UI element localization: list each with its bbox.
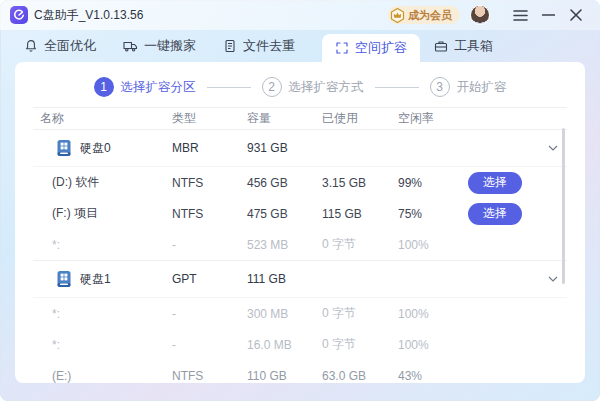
cell-type: - xyxy=(165,238,240,252)
cell-capacity: 523 MB xyxy=(240,238,315,252)
document-icon xyxy=(223,39,237,53)
select-button[interactable]: 选择 xyxy=(468,203,522,225)
table-row-partition-f[interactable]: (F:) 项目 NTFS 475 GB 115 GB 75% 选择 xyxy=(33,198,567,229)
toolbox-icon xyxy=(434,39,448,53)
tab-one-click-move[interactable]: 一键搬家 xyxy=(123,30,196,62)
bell-icon xyxy=(24,39,38,53)
cell-type: GPT xyxy=(165,272,240,286)
cell-free-rate: 100% xyxy=(391,238,461,252)
step-2: 2 选择扩容方式 xyxy=(262,77,364,97)
partition-name: *: xyxy=(33,307,165,321)
step-1: 1 选择扩容分区 xyxy=(94,77,196,97)
table-row-hidden-partition: *: - 300 MB 0 字节 100% xyxy=(33,298,567,329)
vertical-scrollbar[interactable] xyxy=(562,128,565,284)
content-panel: 1 选择扩容分区 2 选择扩容方式 3 开始扩容 名称 类型 容量 已使用 空闲… xyxy=(15,62,585,383)
step-number: 1 xyxy=(94,77,114,97)
disk-name: 硬盘0 xyxy=(80,140,111,157)
step-number: 3 xyxy=(430,77,450,97)
cell-used: 63.0 GB xyxy=(315,369,391,383)
close-button[interactable] xyxy=(566,5,586,25)
minimize-button[interactable] xyxy=(538,5,558,25)
user-avatar[interactable] xyxy=(470,5,490,25)
cell-free-rate: 99% xyxy=(391,176,461,190)
cell-type: NTFS xyxy=(165,369,240,383)
app-logo-icon xyxy=(10,6,28,24)
table-row-partition-d[interactable]: (D:) 软件 NTFS 456 GB 3.15 GB 99% 选择 xyxy=(33,167,567,198)
tab-file-dedup[interactable]: 文件去重 xyxy=(223,30,295,62)
step-label: 选择扩容方式 xyxy=(289,79,364,96)
header-type: 类型 xyxy=(165,110,240,127)
disk-name: 硬盘1 xyxy=(80,271,111,288)
cell-used: 115 GB xyxy=(315,207,391,221)
table-header: 名称 类型 容量 已使用 空闲率 xyxy=(33,107,567,130)
cell-used: 0 字节 xyxy=(315,305,391,322)
cell-capacity: 16.0 MB xyxy=(240,338,315,352)
tab-space-expansion[interactable]: 空间扩容 xyxy=(322,34,420,62)
tab-label: 文件去重 xyxy=(243,37,295,55)
cell-type: - xyxy=(165,338,240,352)
cell-free-rate: 100% xyxy=(391,307,461,321)
header-free-rate: 空闲率 xyxy=(391,110,461,127)
step-connector xyxy=(375,87,419,88)
title-bar: C盘助手_V1.0.13.56 成为会员 xyxy=(0,0,600,30)
tab-label: 一键搬家 xyxy=(144,37,196,55)
cell-used: 3.15 GB xyxy=(315,176,391,190)
chevron-down-icon[interactable] xyxy=(548,276,558,282)
partition-name: *: xyxy=(33,238,165,252)
app-window: C盘助手_V1.0.13.56 成为会员 xyxy=(0,0,600,401)
cell-capacity: 475 GB xyxy=(240,207,315,221)
cell-capacity: 111 GB xyxy=(240,272,315,286)
tab-toolbox[interactable]: 工具箱 xyxy=(434,30,493,62)
cell-type: MBR xyxy=(165,141,240,155)
cell-capacity: 110 GB xyxy=(240,369,315,383)
chevron-down-icon[interactable] xyxy=(548,145,558,151)
step-label: 开始扩容 xyxy=(457,79,507,96)
partition-table: 名称 类型 容量 已使用 空闲率 硬盘0 xyxy=(33,107,567,383)
cell-type: - xyxy=(165,307,240,321)
cell-free-rate: 75% xyxy=(391,207,461,221)
header-capacity: 容量 xyxy=(240,110,315,127)
table-row-hidden-partition: *: - 16.0 MB 0 字节 100% xyxy=(33,329,567,360)
cell-capacity: 300 MB xyxy=(240,307,315,321)
cell-free-rate: 43% xyxy=(391,369,461,383)
tab-full-optimization[interactable]: 全面优化 xyxy=(24,30,96,62)
table-row-partition-e: (E:) NTFS 110 GB 63.0 GB 43% xyxy=(33,360,567,383)
partition-name: (E:) xyxy=(33,369,165,383)
partition-name: (F:) 项目 xyxy=(33,205,165,222)
partition-name: (D:) 软件 xyxy=(33,174,165,191)
member-badge-label: 成为会员 xyxy=(408,8,452,23)
tab-label: 空间扩容 xyxy=(355,39,407,57)
cell-capacity: 456 GB xyxy=(240,176,315,190)
select-button[interactable]: 选择 xyxy=(468,172,522,194)
tab-label: 全面优化 xyxy=(44,37,96,55)
truck-icon xyxy=(123,39,138,53)
table-row-disk1[interactable]: 硬盘1 GPT 111 GB xyxy=(33,261,567,298)
tab-label: 工具箱 xyxy=(454,37,493,55)
cell-type: NTFS xyxy=(165,207,240,221)
cell-used: 0 字节 xyxy=(315,236,391,253)
table-row-disk0[interactable]: 硬盘0 MBR 931 GB xyxy=(33,130,567,167)
hard-disk-icon xyxy=(55,270,73,288)
partition-name: *: xyxy=(33,338,165,352)
cell-type: NTFS xyxy=(165,176,240,190)
table-row-hidden-partition: *: - 523 MB 0 字节 100% xyxy=(33,229,567,261)
header-name: 名称 xyxy=(33,110,165,127)
step-number: 2 xyxy=(262,77,282,97)
step-connector xyxy=(207,87,251,88)
cell-capacity: 931 GB xyxy=(240,141,315,155)
cell-free-rate: 100% xyxy=(391,338,461,352)
step-3: 3 开始扩容 xyxy=(430,77,507,97)
step-indicator: 1 选择扩容分区 2 选择扩容方式 3 开始扩容 xyxy=(15,74,585,100)
menu-icon[interactable] xyxy=(510,5,530,25)
header-used: 已使用 xyxy=(315,110,391,127)
hard-disk-icon xyxy=(55,139,73,157)
tab-bar: 全面优化 一键搬家 文件去重 空间扩容 xyxy=(0,30,600,62)
step-label: 选择扩容分区 xyxy=(121,79,196,96)
expand-icon xyxy=(335,41,349,55)
window-title: C盘助手_V1.0.13.56 xyxy=(34,7,143,24)
crown-hexagon-icon xyxy=(389,7,406,24)
become-member-button[interactable]: 成为会员 xyxy=(388,6,460,24)
cell-used: 0 字节 xyxy=(315,336,391,353)
